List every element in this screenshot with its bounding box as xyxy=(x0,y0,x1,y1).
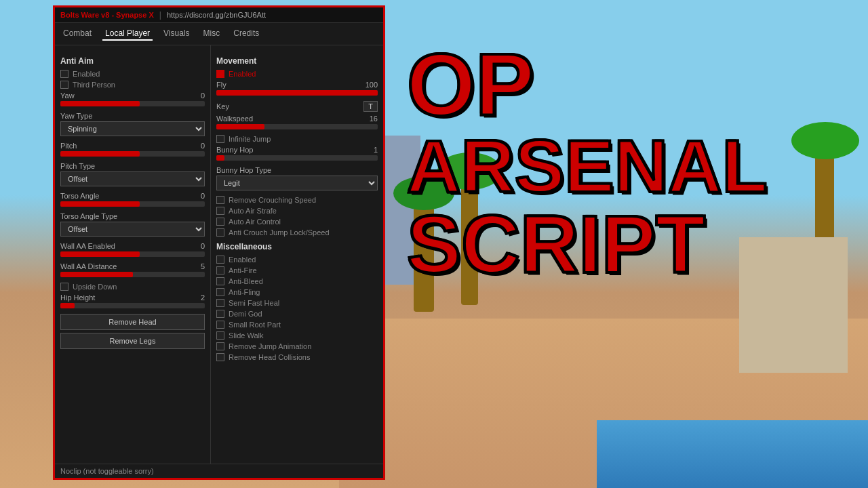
pitch-label: Pitch xyxy=(60,142,77,150)
yaw-type-dropdown[interactable]: Spinning xyxy=(60,121,205,136)
slide-walk-checkbox-row[interactable]: Slide Walk xyxy=(216,331,378,340)
nav-credits[interactable]: Credits xyxy=(231,27,262,41)
small-root-checkbox[interactable] xyxy=(216,321,224,329)
anti-fire-checkbox-row[interactable]: Anti-Fire xyxy=(216,266,378,274)
semi-fast-heal-checkbox[interactable] xyxy=(216,299,224,307)
demi-god-checkbox[interactable] xyxy=(216,310,224,318)
yaw-label-row: Yaw 0 xyxy=(60,92,205,100)
nav-local-player[interactable]: Local Player xyxy=(102,27,153,41)
third-person-checkbox-row[interactable]: Third Person xyxy=(60,81,205,89)
auto-air-strafe-checkbox-row[interactable]: Auto Air Strafe xyxy=(216,207,378,215)
anti-fling-checkbox-row[interactable]: Anti-Fling xyxy=(216,288,378,296)
nav-bar: Combat Local Player Visuals Misc Credits xyxy=(55,23,383,45)
remove-jump-checkbox-row[interactable]: Remove Jump Animation xyxy=(216,342,378,350)
remove-head-button[interactable]: Remove Head xyxy=(60,314,205,330)
anti-fling-checkbox[interactable] xyxy=(216,288,224,296)
pitch-type-label: Pitch Type xyxy=(60,162,95,170)
anti-crouch-label: Anti Crouch Jump Lock/Speed xyxy=(229,228,330,237)
fly-label: Fly xyxy=(216,81,226,89)
anti-bleed-label: Anti-Bleed xyxy=(229,277,263,285)
anti-bleed-checkbox-row[interactable]: Anti-Bleed xyxy=(216,277,378,285)
pitch-slider-row: Pitch 0 xyxy=(60,142,205,157)
fly-label-row: Fly 100 xyxy=(216,81,378,89)
auto-air-control-checkbox[interactable] xyxy=(216,218,224,226)
torso-angle-type-label: Torso Angle Type xyxy=(60,212,117,220)
infinite-jump-checkbox-row[interactable]: Infinite Jump xyxy=(216,135,378,143)
bunny-hop-type-label: Bunny Hop Type xyxy=(216,166,271,174)
pitch-type-dropdown[interactable]: Offset xyxy=(60,171,205,186)
auto-air-strafe-checkbox[interactable] xyxy=(216,207,224,215)
third-person-label: Third Person xyxy=(73,81,115,89)
nav-visuals[interactable]: Visuals xyxy=(161,27,192,41)
anti-fire-label: Anti-Fire xyxy=(229,266,257,274)
arsenal-text: ARSENAL xyxy=(407,129,768,203)
walkspeed-label-row: Walkspeed 16 xyxy=(216,115,378,123)
movement-enabled-checkbox-row[interactable]: Enabled xyxy=(216,70,378,78)
yaw-type-label-row: Yaw Type xyxy=(60,112,205,120)
yaw-slider-track[interactable] xyxy=(60,101,205,106)
remove-jump-label: Remove Jump Animation xyxy=(229,342,311,350)
semi-fast-heal-checkbox-row[interactable]: Semi Fast Heal xyxy=(216,299,378,307)
remove-legs-button[interactable]: Remove Legs xyxy=(60,333,205,349)
title-separator: | xyxy=(159,10,161,20)
anti-crouch-checkbox-row[interactable]: Anti Crouch Jump Lock/Speed xyxy=(216,228,378,237)
infinite-jump-checkbox[interactable] xyxy=(216,135,224,143)
script-text: SCRIPT xyxy=(407,203,768,285)
noclip-label: Noclip (not toggleable sorry) xyxy=(60,467,154,475)
content-area: Anti Aim Enabled Third Person Yaw 0 Ya xyxy=(55,45,383,478)
demi-god-checkbox-row[interactable]: Demi God xyxy=(216,310,378,318)
nav-combat[interactable]: Combat xyxy=(60,27,94,41)
remove-head-col-checkbox[interactable] xyxy=(216,353,224,361)
bunny-hop-value: 1 xyxy=(374,146,378,154)
wall-aa-enabled-slider-track[interactable] xyxy=(60,251,205,257)
water xyxy=(597,420,868,488)
small-root-checkbox-row[interactable]: Small Root Part xyxy=(216,321,378,329)
wall-aa-enabled-label-row: Wall AA Enabled 0 xyxy=(60,242,205,250)
wall-aa-distance-slider-track[interactable] xyxy=(60,272,205,277)
upside-down-checkbox[interactable] xyxy=(60,283,68,291)
anti-bleed-checkbox[interactable] xyxy=(216,277,224,285)
enabled-checkbox[interactable] xyxy=(60,70,68,78)
walkspeed-slider-row: Walkspeed 16 xyxy=(216,115,378,129)
movement-enabled-checkbox[interactable] xyxy=(216,70,224,78)
title-text: Bolts Ware v8 - Synapse X xyxy=(60,11,154,19)
noclip-bar: Noclip (not toggleable sorry) xyxy=(55,464,383,478)
anti-crouch-checkbox[interactable] xyxy=(216,228,224,237)
misc-enabled-checkbox-row[interactable]: Enabled xyxy=(216,256,378,264)
anti-fling-label: Anti-Fling xyxy=(229,288,260,296)
slide-walk-checkbox[interactable] xyxy=(216,331,224,340)
torso-angle-type-dropdown[interactable]: Offset xyxy=(60,222,205,237)
slide-walk-label: Slide Walk xyxy=(229,331,264,340)
misc-enabled-checkbox[interactable] xyxy=(216,256,224,264)
pitch-slider-track[interactable] xyxy=(60,151,205,157)
wall-aa-enabled-label: Wall AA Enabled xyxy=(60,242,115,250)
enabled-label: Enabled xyxy=(73,70,100,78)
hip-height-slider-track[interactable] xyxy=(60,303,205,308)
hip-height-label-row: Hip Height 2 xyxy=(60,293,205,302)
torso-angle-slider-track[interactable] xyxy=(60,201,205,207)
op-text: OP xyxy=(407,41,768,129)
remove-crouching-checkbox-row[interactable]: Remove Crouching Speed xyxy=(216,196,378,204)
torso-angle-label: Torso Angle xyxy=(60,192,99,200)
remove-crouching-checkbox[interactable] xyxy=(216,196,224,204)
bunny-hop-type-dropdown[interactable]: Legit xyxy=(216,176,378,190)
enabled-checkbox-row[interactable]: Enabled xyxy=(60,70,205,78)
walkspeed-slider-track[interactable] xyxy=(216,124,378,129)
fly-slider-fill xyxy=(216,90,378,96)
auto-air-control-checkbox-row[interactable]: Auto Air Control xyxy=(216,218,378,226)
nav-misc[interactable]: Misc xyxy=(201,27,223,41)
bunny-hop-slider-track[interactable] xyxy=(216,155,378,161)
bunny-hop-slider-row: Bunny Hop 1 xyxy=(216,146,378,161)
yaw-value: 0 xyxy=(201,92,205,100)
anti-fire-checkbox[interactable] xyxy=(216,266,224,274)
key-value: T xyxy=(363,101,378,112)
remove-head-col-checkbox-row[interactable]: Remove Head Collisions xyxy=(216,353,378,361)
upside-down-checkbox-row[interactable]: Upside Down xyxy=(60,283,205,291)
discord-url: https://discord.gg/zbnGJU6Att xyxy=(167,11,266,19)
third-person-checkbox[interactable] xyxy=(60,81,68,89)
key-label: Key xyxy=(216,102,229,110)
pitch-label-row: Pitch 0 xyxy=(60,142,205,150)
remove-jump-checkbox[interactable] xyxy=(216,342,224,350)
walkspeed-value: 16 xyxy=(370,115,378,123)
fly-slider-track[interactable] xyxy=(216,90,378,96)
